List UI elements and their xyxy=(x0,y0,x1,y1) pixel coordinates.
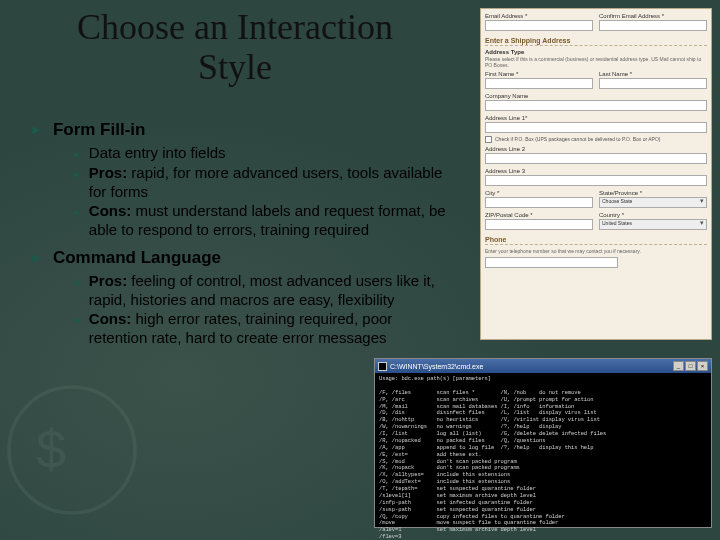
country-select: United States xyxy=(599,219,707,230)
section-heading: Form Fill-in xyxy=(53,120,146,140)
form-label: City * xyxy=(485,190,593,196)
last-name-field xyxy=(599,78,707,89)
cmd-titlebar: C:\WINNT\System32\cmd.exe _ □ × xyxy=(375,359,711,373)
address3-field xyxy=(485,175,707,186)
company-field xyxy=(485,100,707,111)
form-section-header: Phone xyxy=(485,236,707,245)
form-hint: Enter your telephone number so that we m… xyxy=(485,248,707,254)
first-name-field xyxy=(485,78,593,89)
state-select: Choose State xyxy=(599,197,707,208)
bullet-text: Cons: must understand labels and request… xyxy=(89,202,450,240)
form-label: Last Name * xyxy=(599,71,707,77)
zip-field xyxy=(485,219,593,230)
bullet-square-icon: ■ xyxy=(74,150,79,160)
maximize-button: □ xyxy=(685,361,696,371)
bullet-text: Pros: rapid, for more advanced users, to… xyxy=(89,164,450,202)
form-label: Address Line 3 xyxy=(485,168,707,174)
bullet-text: Cons: high error rates, training require… xyxy=(89,310,450,348)
form-label: Country * xyxy=(599,212,707,218)
city-field xyxy=(485,197,593,208)
form-label: ZIP/Postal Code * xyxy=(485,212,593,218)
bullet-arrow-icon: ► xyxy=(30,250,43,265)
bullet-square-icon: ■ xyxy=(74,278,79,288)
form-label: Address Line 1* xyxy=(485,115,707,121)
slide-content: ► Form Fill-in ■ Data entry into fields … xyxy=(30,120,450,356)
cmd-icon xyxy=(378,362,387,371)
form-label: Confirm Email Address * xyxy=(599,13,707,19)
watermark-graphic: $ xyxy=(0,360,180,540)
phone-field xyxy=(485,257,618,268)
address1-field xyxy=(485,122,707,133)
bullet-square-icon: ■ xyxy=(74,170,79,180)
cmd-output: Usage: bdc.exe path(s) [parameters] /F, … xyxy=(375,373,711,540)
slide-title: Choose an Interaction Style xyxy=(0,0,470,87)
section-heading: Command Language xyxy=(53,248,221,268)
confirm-email-field xyxy=(599,20,707,31)
cmd-window-title: C:\WINNT\System32\cmd.exe xyxy=(390,363,673,370)
bullet-text: Pros: feeling of control, most advanced … xyxy=(89,272,450,310)
form-label: Address Line 2 xyxy=(485,146,707,152)
form-label: Email Address * xyxy=(485,13,593,19)
close-button: × xyxy=(697,361,708,371)
form-label: Address Type xyxy=(485,49,707,55)
form-label: State/Province * xyxy=(599,190,707,196)
form-label: First Name * xyxy=(485,71,593,77)
form-screenshot: Email Address * Confirm Email Address * … xyxy=(480,8,712,340)
email-field xyxy=(485,20,593,31)
minimize-button: _ xyxy=(673,361,684,371)
form-hint: Please select if this is a commercial (b… xyxy=(485,56,707,68)
pobox-checkbox xyxy=(485,136,492,143)
form-section-header: Enter a Shipping Address xyxy=(485,37,707,46)
address2-field xyxy=(485,153,707,164)
svg-point-0 xyxy=(9,387,135,513)
bullet-square-icon: ■ xyxy=(74,316,79,326)
bullet-text: Data entry into fields xyxy=(89,144,226,163)
svg-text:$: $ xyxy=(36,419,66,479)
bullet-arrow-icon: ► xyxy=(30,122,43,137)
bullet-square-icon: ■ xyxy=(74,208,79,218)
cmd-screenshot: C:\WINNT\System32\cmd.exe _ □ × Usage: b… xyxy=(374,358,712,528)
form-label: Company Name xyxy=(485,93,707,99)
form-checkbox-label: Check if P.O. Box (UPS packages cannot b… xyxy=(495,136,660,142)
